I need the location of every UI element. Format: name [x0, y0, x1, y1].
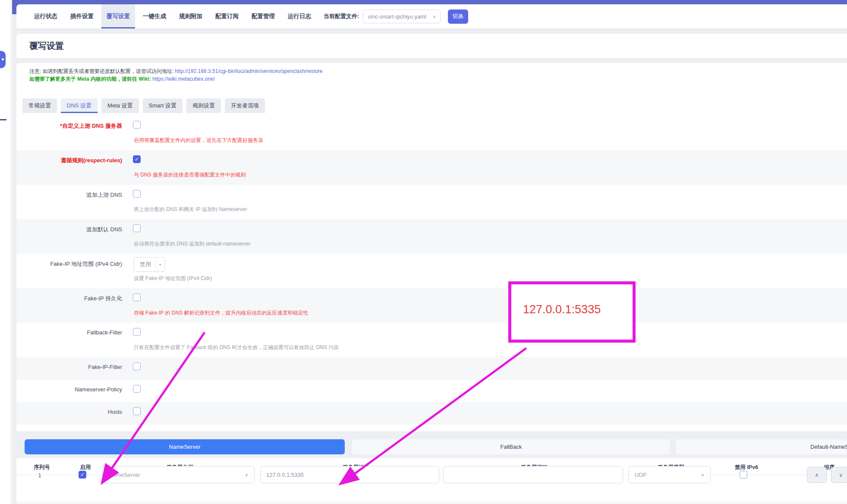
form-label: Fake-IP-Filter — [16, 364, 122, 370]
chevron-down-icon: ∨ — [433, 14, 436, 19]
col-header-index: 序列号 — [34, 464, 50, 471]
form-row-fakeip-persistence: Fake-IP 持久化 存储 Fake-IP 的 DNS 解析记录到文件，提升内… — [16, 288, 847, 323]
form-row-append-upstream-dns: 追加上游 DNS 将上游分配的 DNS 和网关 IP 追加到 Nameserve… — [16, 185, 847, 219]
disable-ipv6-checkbox[interactable] — [740, 471, 747, 479]
form-label: *自定义上游 DNS 服务器 — [16, 122, 122, 130]
subtab-meta[interactable]: Meta 设置 — [101, 98, 139, 113]
form-row-append-default-dns: 追加默认 DNS 自动将符合要求的 DNS 追加到 default-namese… — [16, 219, 847, 254]
openclash-override-settings-page: 运行状态 插件设置 覆写设置 一键生成 规则附加 配置订阅 配置管理 运行日志 … — [0, 0, 847, 504]
fakeip-range-select-value: 禁用 — [140, 261, 151, 268]
form-label: Fake-IP 地址范围 (IPv4 Cidr) — [16, 260, 122, 268]
form-label: 遵循规则(respect-rules) — [16, 157, 122, 164]
sidebar-toggle-button[interactable] — [0, 51, 6, 68]
restore-link[interactable]: http://192.168.3.51/cgi-bin/luci/admin/s… — [175, 68, 322, 74]
form-row-respect-rules: 遵循规则(respect-rules) 与 DNS 服务器的连接是否遵循配置文件… — [16, 150, 847, 185]
group-button-fallback[interactable]: FallBack — [352, 439, 670, 454]
annotation-highlight-box: 127.0.0.1:5335 — [508, 281, 636, 343]
nav-tab-rules-append[interactable]: 规则附加 — [174, 4, 208, 28]
fallback-filter-checkbox[interactable] — [133, 328, 141, 336]
nav-tab-one-key-generate[interactable]: 一键生成 — [138, 4, 171, 28]
notice-wiki-text: 如需要了解更多关于 Meta 内核的功能，请前往 Wiki: — [29, 76, 152, 82]
server-type-select[interactable]: UDP ∨ — [628, 466, 711, 483]
subtab-developer[interactable]: 开发者选项 — [225, 98, 265, 113]
form-row-hosts: Hosts — [16, 402, 847, 425]
annotation-box-text: 127.0.0.1:5335 — [523, 303, 601, 316]
current-profile-label: 当前配置文件: — [324, 13, 359, 20]
form-desc: 设置 Fake-IP 地址范围 (IPv4 Cidr) — [134, 275, 212, 282]
nav-tab-running-status[interactable]: 运行状态 — [29, 4, 63, 28]
form-desc: 自动将符合要求的 DNS 追加到 default-nameserver — [134, 240, 251, 248]
server-group-select-value: NameServer — [109, 472, 140, 478]
profile-select-value: sinc-smart-qichiyu.yaml — [368, 13, 426, 20]
sort-down-button[interactable]: ∨ — [831, 467, 847, 483]
sidebar-dash-mark — [0, 119, 6, 120]
wiki-link[interactable]: https://wiki.metacubex.one/ — [152, 76, 215, 82]
fakeip-range-select[interactable]: 禁用 ▾ — [134, 257, 165, 272]
append-upstream-dns-checkbox[interactable] — [133, 190, 141, 198]
form-row-custom-upstream-dns: *自定义上游 DNS 服务器 启用将覆盖配置文件内的设置，请先在下方配置好服务器 — [16, 116, 847, 150]
nav-tab-plugin-settings[interactable]: 插件设置 — [65, 4, 99, 28]
respect-rules-checkbox[interactable] — [133, 155, 141, 163]
form-row-fallback-filter: Fallback-Filter 只有在配置文件设置了 Fallback 组的 D… — [16, 323, 847, 357]
settings-subtabs: 常规设置 DNS 设置 Meta 设置 Smart 设置 规则设置 开发者选项 — [22, 98, 265, 113]
custom-upstream-dns-checkbox[interactable] — [133, 121, 141, 129]
dns-server-table: 序列号 启用 服务器分组 服务器地址 服务器端口 服务器类型 禁用 IPv6 排… — [16, 458, 847, 504]
form-desc: 与 DNS 服务器的连接是否遵循配置文件中的规则 — [134, 171, 246, 179]
form-row-fakeip-range: Fake-IP 地址范围 (IPv4 Cidr) 禁用 ▾ 设置 Fake-IP… — [16, 254, 847, 288]
col-header-disable-ipv6: 禁用 IPv6 — [735, 464, 758, 471]
subtab-general[interactable]: 常规设置 — [22, 98, 57, 113]
form-row-fakeip-filter: Fake-IP-Filter — [16, 357, 847, 380]
row-index: 1 — [35, 472, 44, 479]
table-bottom-strip — [16, 502, 847, 504]
title-card: 覆写设置 — [16, 34, 847, 58]
form-desc: 将上游分配的 DNS 和网关 IP 追加到 Nameserver — [134, 206, 247, 213]
server-type-select-value: UDP — [635, 472, 646, 478]
form-label: Hosts — [16, 409, 122, 415]
form-desc: 启用将覆盖配置文件内的设置，请先在下方配置好服务器 — [134, 137, 263, 144]
server-address-input[interactable] — [260, 466, 439, 483]
col-header-enabled: 启用 — [80, 464, 91, 471]
chevron-down-icon: ∨ — [245, 472, 248, 477]
nameserver-policy-checkbox[interactable] — [133, 385, 141, 393]
server-group-select[interactable]: NameServer ∨ — [102, 466, 255, 483]
group-button-default-nameserver-label: Default-NameServer — [810, 444, 847, 450]
notice-block: 注意: 如遇到配置丢失或者需要还原默认配置，请尝试访问地址: http://19… — [16, 63, 847, 83]
group-button-nameserver[interactable]: NameServer — [25, 439, 345, 454]
dns-settings-form: *自定义上游 DNS 服务器 启用将覆盖配置文件内的设置，请先在下方配置好服务器… — [16, 116, 847, 425]
profile-select[interactable]: sinc-smart-qichiyu.yaml ∨ — [363, 9, 441, 23]
subtab-smart[interactable]: Smart 设置 — [143, 98, 183, 113]
nav-tab-override-settings[interactable]: 覆写设置 — [101, 4, 135, 28]
select-divider — [155, 261, 155, 268]
form-desc: 存储 Fake-IP 的 DNS 解析记录到文件，提升内核启动后的反应速度和稳定… — [134, 309, 308, 317]
chevron-down-icon: ∨ — [701, 472, 704, 477]
fakeip-persistence-checkbox[interactable] — [133, 293, 141, 301]
subtab-dns[interactable]: DNS 设置 — [61, 98, 98, 113]
main-nav-bar: 运行状态 插件设置 覆写设置 一键生成 规则附加 配置订阅 配置管理 运行日志 … — [16, 4, 847, 29]
nav-tab-config-manage[interactable]: 配置管理 — [246, 4, 280, 28]
server-port-input[interactable] — [443, 466, 623, 483]
switch-profile-button[interactable]: 切换 — [448, 9, 468, 24]
append-default-dns-checkbox[interactable] — [133, 224, 141, 232]
left-sidebar-rail — [0, 0, 12, 504]
subtab-rules[interactable]: 规则设置 — [186, 98, 221, 113]
form-desc: 只有在配置文件设置了 Fallback 组的 DNS 时才会生效，正确设置可以有… — [134, 344, 339, 351]
form-label: Nameserver-Policy — [16, 386, 122, 393]
notice-restore-text: 注意: 如遇到配置丢失或者需要还原默认配置，请尝试访问地址: — [29, 68, 175, 74]
nav-tab-running-log[interactable]: 运行日志 — [283, 4, 316, 28]
table-row: 1 NameServer ∨ UDP ∨ ∧ ∨ — [16, 458, 847, 468]
form-label: Fallback-Filter — [16, 329, 122, 336]
page-title: 覆写设置 — [29, 40, 64, 52]
fakeip-filter-checkbox[interactable] — [133, 362, 141, 370]
row-enabled-checkbox[interactable] — [79, 471, 86, 479]
form-label: Fake-IP 持久化 — [16, 295, 122, 302]
form-row-nameserver-policy: Nameserver-Policy — [16, 380, 847, 402]
notice-line-restore: 注意: 如遇到配置丢失或者需要还原默认配置，请尝试访问地址: http://19… — [29, 67, 847, 75]
form-label: 追加上游 DNS — [16, 191, 122, 199]
caret-down-icon: ▾ — [159, 263, 161, 267]
nav-tab-config-subscribe[interactable]: 配置订阅 — [210, 4, 244, 28]
hosts-checkbox[interactable] — [133, 407, 141, 415]
group-button-default-nameserver[interactable]: Default-NameServer — [676, 439, 847, 454]
sort-up-button[interactable]: ∧ — [807, 467, 827, 483]
form-label: 追加默认 DNS — [16, 226, 122, 233]
notice-line-wiki: 如需要了解更多关于 Meta 内核的功能，请前往 Wiki: https://w… — [29, 75, 847, 83]
